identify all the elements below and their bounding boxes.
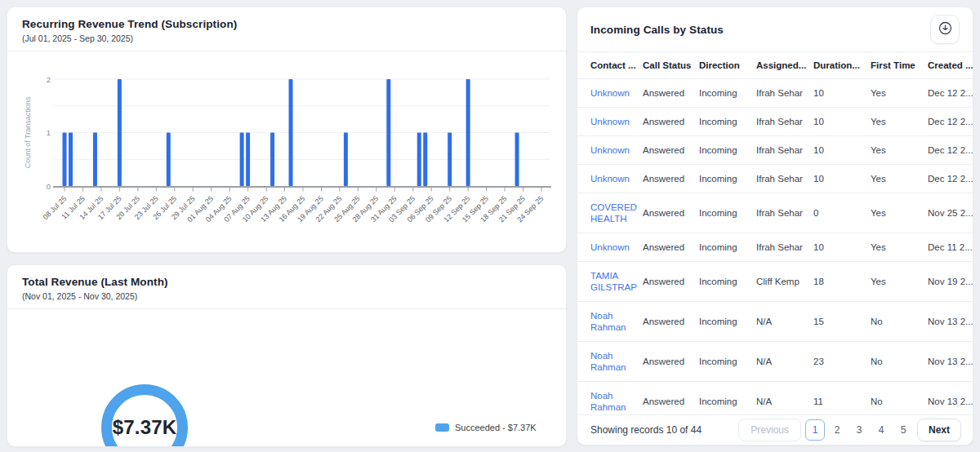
donut-legend: Succeeded - $7.37K bbox=[435, 423, 537, 432]
contact-link[interactable]: Noah Rahman bbox=[590, 311, 626, 332]
cell-created: Nov 25 2... bbox=[928, 199, 968, 227]
contact-link[interactable]: Unknown bbox=[590, 174, 630, 184]
bar-09-Jul-25[interactable] bbox=[69, 133, 73, 187]
table-row: UnknownAnsweredIncomingIfrah Sehar10YesD… bbox=[577, 79, 973, 108]
cell-call-status: Answered bbox=[643, 388, 699, 414]
cell-first-time: Yes bbox=[871, 165, 928, 193]
cell-duration: 10 bbox=[813, 136, 871, 164]
cell-duration: 18 bbox=[813, 268, 871, 295]
bar-14-Aug-25[interactable] bbox=[289, 79, 293, 186]
cell-assigned: Ifrah Sehar bbox=[756, 165, 813, 193]
cell-call-status: Answered bbox=[643, 165, 699, 193]
calls-table-footer: Showing records 10 of 44 Previous 12345 … bbox=[577, 414, 973, 445]
contact-link[interactable]: Unknown bbox=[590, 242, 630, 252]
cell-call-status: Answered bbox=[643, 308, 699, 335]
contact-link[interactable]: TAMIA GILSTRAP bbox=[590, 271, 637, 292]
cell-duration: 11 bbox=[813, 388, 871, 414]
cell-assigned: N/A bbox=[756, 348, 813, 375]
cell-direction: Incoming bbox=[699, 233, 756, 261]
previous-button[interactable]: Previous bbox=[738, 419, 801, 441]
calls-panel-header: Incoming Calls by Status bbox=[577, 7, 973, 51]
cell-first-time: Yes bbox=[871, 108, 928, 135]
cell-contact: Noah Rahman bbox=[590, 342, 643, 381]
cell-contact: Unknown bbox=[590, 165, 643, 193]
bar-08-Jul-25[interactable] bbox=[63, 133, 67, 187]
bar-05-Sep-25[interactable] bbox=[423, 133, 427, 187]
cell-direction: Incoming bbox=[699, 388, 756, 414]
contact-link[interactable]: Noah Rahman bbox=[590, 351, 626, 372]
cell-first-time: No bbox=[871, 348, 928, 375]
cell-call-status: Answered bbox=[643, 199, 699, 227]
panel-incoming-calls: Incoming Calls by Status Contact ... Cal… bbox=[577, 7, 973, 445]
cell-direction: Incoming bbox=[699, 136, 756, 164]
cell-call-status: Answered bbox=[643, 79, 699, 107]
cell-created: Dec 12 2... bbox=[928, 165, 968, 193]
revenue-panel-header: Total Revenue (Last Month) (Nov 01, 2025… bbox=[7, 265, 566, 308]
legend-swatch-succeeded bbox=[435, 423, 449, 432]
cell-first-time: Yes bbox=[871, 199, 928, 227]
bar-07-Aug-25[interactable] bbox=[246, 133, 250, 187]
bar-09-Sep-25[interactable] bbox=[448, 133, 452, 187]
bar-11-Aug-25[interactable] bbox=[270, 133, 274, 187]
cell-assigned: Ifrah Sehar bbox=[756, 79, 813, 107]
bar-04-Sep-25[interactable] bbox=[417, 133, 421, 187]
revenue-trend-bar-chart: 012Count of Transactions08 Jul 2511 Jul … bbox=[9, 48, 566, 250]
trend-panel-title: Recurring Revenue Trend (Subscription) bbox=[22, 18, 551, 30]
records-count: Showing records 10 of 44 bbox=[590, 424, 702, 436]
y-tick-label: 2 bbox=[47, 75, 51, 84]
cell-direction: Incoming bbox=[699, 79, 756, 107]
bar-30-Aug-25[interactable] bbox=[386, 79, 390, 186]
page-button-1[interactable]: 1 bbox=[805, 419, 825, 441]
page-button-3[interactable]: 3 bbox=[849, 419, 869, 441]
table-row: Noah RahmanAnsweredIncomingN/A11NoNov 13… bbox=[577, 382, 973, 414]
bar-13-Jul-25[interactable] bbox=[93, 133, 97, 187]
table-row: UnknownAnsweredIncomingIfrah Sehar10YesD… bbox=[577, 233, 973, 262]
cell-created: Nov 19 2... bbox=[928, 268, 968, 295]
bar-06-Aug-25[interactable] bbox=[240, 133, 244, 187]
cell-contact: TAMIA GILSTRAP bbox=[590, 262, 643, 301]
cell-created: Nov 13 2... bbox=[928, 388, 968, 414]
y-axis-label: Count of Transactions bbox=[24, 96, 32, 168]
cell-assigned: Ifrah Sehar bbox=[756, 136, 813, 164]
next-button[interactable]: Next bbox=[917, 419, 961, 441]
revenue-panel-title: Total Revenue (Last Month) bbox=[22, 276, 551, 288]
download-button[interactable] bbox=[930, 15, 960, 44]
panel-total-revenue: Total Revenue (Last Month) (Nov 01, 2025… bbox=[7, 264, 567, 447]
col-direction: Direction bbox=[699, 54, 756, 77]
bar-25-Jul-25[interactable] bbox=[167, 133, 171, 187]
calls-panel-title: Incoming Calls by Status bbox=[590, 24, 724, 36]
table-row: Noah RahmanAnsweredIncomingN/A23NoNov 13… bbox=[577, 342, 973, 382]
contact-link[interactable]: Unknown bbox=[590, 88, 630, 98]
table-row: COVERED HEALTHAnsweredIncomingIfrah Seha… bbox=[577, 193, 973, 233]
col-assigned: Assigned... bbox=[756, 54, 813, 77]
cell-direction: Incoming bbox=[699, 308, 756, 335]
table-row: UnknownAnsweredIncomingIfrah Sehar10YesD… bbox=[577, 108, 973, 136]
cell-created: Dec 12 2... bbox=[928, 136, 968, 164]
bar-17-Jul-25[interactable] bbox=[118, 79, 122, 186]
page-button-5[interactable]: 5 bbox=[893, 419, 913, 441]
table-row: UnknownAnsweredIncomingIfrah Sehar10YesD… bbox=[577, 165, 973, 193]
revenue-donut-chart: $7.37K bbox=[83, 366, 206, 447]
cell-first-time: No bbox=[871, 308, 928, 335]
col-first-time: First Time bbox=[871, 54, 928, 77]
cell-assigned: Ifrah Sehar bbox=[756, 233, 813, 261]
trend-panel-subtitle: (Jul 01, 2025 - Sep 30, 2025) bbox=[22, 33, 551, 43]
col-contact: Contact ... bbox=[590, 54, 643, 77]
cell-contact: Noah Rahman bbox=[590, 382, 643, 414]
cell-call-status: Answered bbox=[643, 233, 699, 261]
pagination: Previous 12345 Next bbox=[738, 419, 961, 441]
bar-12-Sep-25[interactable] bbox=[466, 79, 470, 186]
contact-link[interactable]: COVERED HEALTH bbox=[590, 202, 637, 224]
bar-23-Aug-25[interactable] bbox=[344, 133, 348, 187]
contact-link[interactable]: Noah Rahman bbox=[590, 391, 626, 412]
contact-link[interactable]: Unknown bbox=[590, 145, 630, 155]
col-call-status: Call Status bbox=[643, 54, 699, 77]
page-button-4[interactable]: 4 bbox=[871, 419, 891, 441]
donut-center-value: $7.37K bbox=[83, 366, 206, 447]
cell-direction: Incoming bbox=[699, 348, 756, 375]
page-button-2[interactable]: 2 bbox=[827, 419, 847, 441]
cell-first-time: Yes bbox=[871, 233, 928, 261]
contact-link[interactable]: Unknown bbox=[590, 117, 630, 126]
revenue-panel-subtitle: (Nov 01, 2025 - Nov 30, 2025) bbox=[22, 291, 551, 301]
bar-20-Sep-25[interactable] bbox=[515, 133, 519, 187]
